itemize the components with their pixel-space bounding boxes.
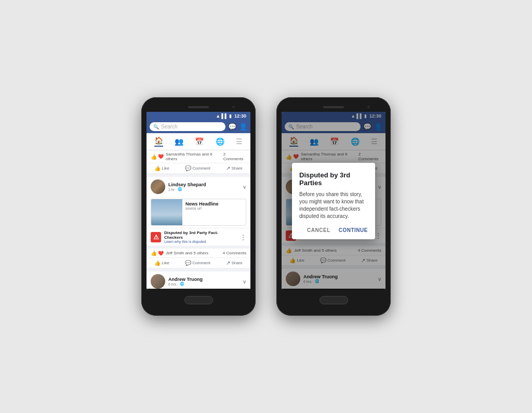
- comment-count-1: 2 Comments: [223, 152, 246, 161]
- like-btn-3[interactable]: 👍 Like: [154, 260, 169, 266]
- phone-left: ▲ ▌▌ ▮ 12:30 🔍 Search 💬 👤 🏠 👥 📅: [141, 97, 256, 316]
- tab-globe-left[interactable]: 🌐: [216, 137, 224, 146]
- comment-icon-3: 💬: [185, 260, 191, 266]
- signal-icon: ▌▌: [221, 113, 228, 119]
- post-actions-3: 👍 Like 💬 Comment ↗ Share: [147, 258, 250, 268]
- post-time-andrew-left: 6 hrs: [168, 282, 177, 286]
- tab-calendar-left[interactable]: 📅: [195, 137, 204, 146]
- post-header-lindsey: Lindsey Shepard 1 hr · 🌐 ∨: [147, 177, 250, 197]
- news-headline-left: News Headline: [185, 201, 243, 206]
- nav-tabs-left: 🏠 👥 📅 🌐 ☰: [147, 133, 250, 150]
- post-meta-andrew-left: 6 hrs · 🌐: [168, 282, 240, 286]
- camera-right: [367, 106, 370, 108]
- speaker-right: [323, 106, 344, 108]
- user-name-lindsey: Lindsey Shepard: [168, 182, 240, 187]
- share-btn-1[interactable]: ↗ Share: [226, 165, 242, 171]
- user-name-andrew-left: Andrew Truong: [168, 277, 240, 282]
- status-icons-left: ▲ ▌▌ ▮: [216, 113, 232, 119]
- wifi-icon: ▲: [216, 113, 220, 119]
- share-btn-3[interactable]: ↗ Share: [226, 260, 242, 266]
- screen-overlay-right: Disputed by 3rd Parties Before you share…: [282, 112, 385, 290]
- status-bar-left: ▲ ▌▌ ▮ 12:30: [147, 112, 250, 120]
- phones-container: ▲ ▌▌ ▮ 12:30 🔍 Search 💬 👤 🏠 👥 📅: [141, 97, 391, 316]
- reactions-row-3: 👍 ❤️ Jeff Smith and 5 others 4 Comments: [147, 249, 250, 258]
- tab-home-left[interactable]: 🏠: [154, 136, 163, 147]
- speaker-left: [188, 106, 209, 108]
- messenger-icon-left[interactable]: 💬: [228, 123, 236, 131]
- share-label-1: Share: [231, 166, 242, 171]
- tab-menu-left[interactable]: ☰: [236, 137, 243, 146]
- dialog-actions: CANCEL CONTINUE: [299, 227, 368, 233]
- news-source-left: source url: [185, 206, 243, 210]
- disputed-link-left[interactable]: Learn why this is disputed: [164, 240, 237, 243]
- post-card-3-left: 👍 ❤️ Jeff Smith and 5 others 4 Comments …: [147, 249, 250, 268]
- fb-search-bar-left: 🔍 Search 💬 👤: [147, 120, 250, 133]
- thumb-icon-3: 👍: [151, 250, 157, 256]
- comment-btn-1[interactable]: 💬 Comment: [185, 165, 210, 171]
- avatar-lindsey: [151, 179, 165, 194]
- comment-btn-3[interactable]: 💬 Comment: [185, 260, 210, 266]
- status-time-left: 12:30: [234, 113, 246, 119]
- heart-icon-3: ❤️: [158, 251, 164, 256]
- news-text-area-left: News Headline source url: [182, 199, 246, 225]
- post-card-2-left: Lindsey Shepard 1 hr · 🌐 ∨: [147, 177, 250, 246]
- post-meta-lindsey: 1 hr · 🌐: [168, 187, 240, 191]
- share-label-3: Share: [231, 261, 242, 265]
- globe-icon-lindsey: 🌐: [178, 187, 182, 191]
- user-info-andrew-left: Andrew Truong 6 hrs · 🌐: [168, 277, 240, 286]
- thumb-icon-1: 👍: [151, 154, 157, 160]
- android-nav-left: ◁ ○ □: [147, 289, 250, 290]
- post-time-lindsey: 1 hr: [168, 188, 175, 191]
- home-button-right[interactable]: [320, 296, 348, 304]
- disputed-row-left: ⚠ Disputed by 3rd Party Fact-Checkers Le…: [147, 228, 250, 246]
- like-icon-3: 👍: [154, 260, 161, 266]
- news-thumb-left: [151, 199, 182, 225]
- like-label-1: Like: [162, 166, 169, 171]
- like-btn-1[interactable]: 👍 Like: [154, 165, 169, 171]
- dialog-cancel-button[interactable]: CANCEL: [307, 227, 330, 233]
- friend-request-icon-left[interactable]: 👤: [239, 123, 247, 131]
- dialog-title: Disputed by 3rd Parties: [299, 171, 368, 187]
- camera-left: [232, 106, 235, 108]
- comment-icon-1: 💬: [185, 165, 191, 171]
- like-icon-1: 👍: [154, 165, 161, 171]
- disputed-dots-left[interactable]: ⋮: [240, 234, 246, 241]
- search-input-left[interactable]: 🔍 Search: [150, 122, 225, 131]
- post-actions-1: 👍 Like 💬 Comment ↗ Share: [147, 163, 250, 174]
- dot-icon-andrew-left: ·: [178, 282, 179, 286]
- reaction-names-1: Samantha Thomas and 6 others: [166, 152, 223, 161]
- tab-friends-left[interactable]: 👥: [175, 137, 183, 146]
- chevron-icon-lindsey[interactable]: ∨: [243, 184, 246, 190]
- phone-top-bar-left: [147, 102, 250, 112]
- disputed-text-left: Disputed by 3rd Party Fact-Checkers Lear…: [164, 230, 237, 243]
- dialog-body: Before you share this story, you might w…: [299, 191, 368, 220]
- fb-feed-left: 👍 ❤️ Samantha Thomas and 6 others 2 Comm…: [147, 150, 250, 289]
- search-placeholder-left: Search: [161, 124, 178, 130]
- disputed-icon-left: ⚠: [151, 232, 161, 242]
- screen-left: ▲ ▌▌ ▮ 12:30 🔍 Search 💬 👤 🏠 👥 📅: [147, 112, 250, 290]
- reactions-row-1: 👍 ❤️ Samantha Thomas and 6 others 2 Comm…: [147, 150, 250, 163]
- reaction-names-3: Jeff Smith and 5 others: [166, 251, 208, 255]
- comment-label-3: Comment: [192, 261, 210, 265]
- comment-label-1: Comment: [192, 166, 210, 171]
- reaction-icons-3: 👍 ❤️ Jeff Smith and 5 others: [151, 250, 208, 256]
- chevron-icon-andrew-left[interactable]: ∨: [243, 279, 246, 285]
- home-button-left[interactable]: [184, 296, 213, 304]
- share-icon-3: ↗: [226, 260, 230, 266]
- reaction-icons-1: 👍 ❤️ Samantha Thomas and 6 others: [151, 152, 223, 161]
- user-info-lindsey: Lindsey Shepard 1 hr · 🌐: [168, 182, 240, 191]
- phone-bottom-left: [147, 290, 250, 311]
- globe-icon-andrew-left: 🌐: [180, 282, 184, 286]
- dialog-box: Disputed by 3rd Parties Before you share…: [292, 163, 375, 239]
- dialog-continue-button[interactable]: CONTINUE: [339, 227, 368, 233]
- news-card-left[interactable]: News Headline source url: [151, 199, 246, 226]
- comment-count-3: 4 Comments: [223, 251, 246, 255]
- post-card-4-left: Andrew Truong 6 hrs · 🌐 ∨ Work, work, wo…: [147, 272, 250, 289]
- dot-icon-lindsey: ·: [176, 188, 177, 191]
- screen-right: ▲ ▌▌ ▮ 12:30 🔍 Search 💬 👤 🏠 👥 📅: [282, 112, 385, 290]
- phone-top-bar-right: [282, 102, 385, 112]
- battery-icon: ▮: [229, 113, 232, 119]
- post-header-andrew-left: Andrew Truong 6 hrs · 🌐 ∨: [147, 272, 250, 289]
- warning-icon-left: ⚠: [153, 234, 159, 241]
- post-card-1-left: 👍 ❤️ Samantha Thomas and 6 others 2 Comm…: [147, 150, 250, 174]
